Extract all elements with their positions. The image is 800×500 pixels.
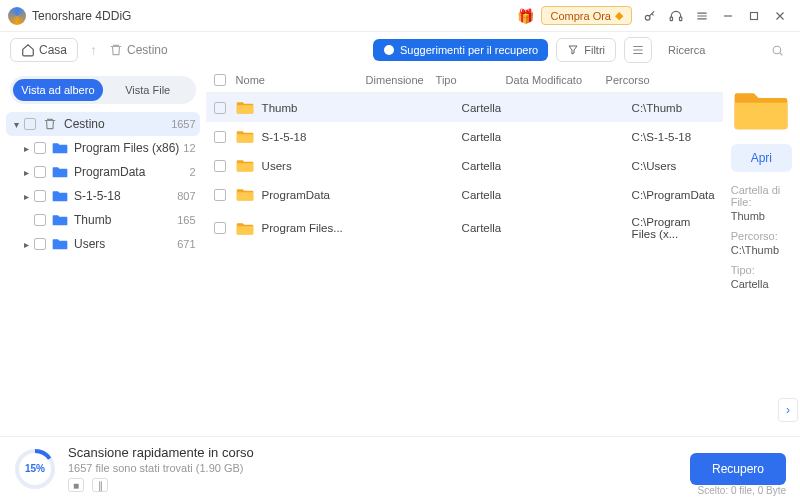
file-path: C:\S-1-5-18 bbox=[632, 131, 715, 143]
checkbox[interactable] bbox=[34, 190, 46, 202]
detail-label-type: Tipo: bbox=[731, 264, 792, 276]
search-input[interactable] bbox=[668, 44, 768, 56]
folder-icon bbox=[52, 213, 68, 227]
file-row[interactable]: S-1-5-18 Cartella C:\S-1-5-18 bbox=[206, 122, 723, 151]
collapse-panel-button[interactable]: › bbox=[778, 398, 798, 422]
filter-button[interactable]: Filtri bbox=[556, 38, 616, 62]
file-path: C:\Thumb bbox=[632, 102, 715, 114]
lightbulb-icon bbox=[383, 44, 395, 56]
checkbox[interactable] bbox=[34, 166, 46, 178]
buy-now-button[interactable]: Compra Ora◆ bbox=[541, 6, 632, 25]
nav-up-icon[interactable]: ↑ bbox=[86, 42, 101, 58]
folder-icon bbox=[52, 141, 68, 155]
buy-now-label: Compra Ora bbox=[550, 10, 611, 22]
folder-icon bbox=[236, 100, 254, 115]
tree-item-label: ProgramData bbox=[74, 165, 185, 179]
tree-item[interactable]: ▸ S-1-5-18 807 bbox=[6, 184, 200, 208]
folder-icon bbox=[236, 129, 254, 144]
checkbox[interactable] bbox=[214, 222, 226, 234]
checkbox[interactable] bbox=[214, 131, 226, 143]
funnel-icon bbox=[567, 44, 579, 56]
filter-label: Filtri bbox=[584, 44, 605, 56]
file-type: Cartella bbox=[462, 160, 532, 172]
diamond-icon: ◆ bbox=[615, 9, 623, 22]
maximize-icon[interactable] bbox=[742, 4, 766, 28]
menu-icon[interactable] bbox=[690, 4, 714, 28]
col-date[interactable]: Data Modificato bbox=[506, 74, 606, 86]
checkbox[interactable] bbox=[214, 160, 226, 172]
tree-item-count: 165 bbox=[173, 214, 195, 226]
file-row[interactable]: Program Files... Cartella C:\Program Fil… bbox=[206, 209, 723, 247]
svg-rect-2 bbox=[680, 17, 682, 21]
tree-root-cestino[interactable]: ▾ Cestino 1657 bbox=[6, 112, 200, 136]
close-icon[interactable] bbox=[768, 4, 792, 28]
tab-file-view[interactable]: Vista File bbox=[103, 79, 193, 101]
tree-item-count: 807 bbox=[173, 190, 195, 202]
key-icon[interactable] bbox=[638, 4, 662, 28]
minimize-icon[interactable] bbox=[716, 4, 740, 28]
folder-icon bbox=[236, 158, 254, 173]
open-button[interactable]: Apri bbox=[731, 144, 792, 172]
app-logo bbox=[8, 7, 26, 25]
file-name: S-1-5-18 bbox=[262, 131, 392, 143]
col-type[interactable]: Tipo bbox=[436, 74, 506, 86]
home-button[interactable]: Casa bbox=[10, 38, 78, 62]
folder-icon bbox=[236, 187, 254, 202]
stop-scan-button[interactable]: ■ bbox=[68, 478, 84, 492]
home-label: Casa bbox=[39, 43, 67, 57]
tree-item-count: 1657 bbox=[167, 118, 195, 130]
detail-value-path: C:\Thumb bbox=[731, 244, 792, 256]
caret-right-icon: ▸ bbox=[20, 143, 32, 154]
gift-icon[interactable]: 🎁 bbox=[513, 4, 537, 28]
svg-rect-1 bbox=[670, 17, 672, 21]
checkbox[interactable] bbox=[34, 214, 46, 226]
checkbox[interactable] bbox=[24, 118, 36, 130]
recovery-tips-label: Suggerimenti per il recupero bbox=[400, 44, 538, 56]
folder-icon bbox=[236, 221, 254, 236]
file-path: C:\Users bbox=[632, 160, 715, 172]
col-dimension[interactable]: Dimensione bbox=[366, 74, 436, 86]
file-row[interactable]: ProgramData Cartella C:\ProgramData bbox=[206, 180, 723, 209]
tree-item[interactable]: ▸ Program Files (x86) 12 bbox=[6, 136, 200, 160]
file-type: Cartella bbox=[462, 189, 532, 201]
svg-point-5 bbox=[773, 46, 781, 54]
tree-item-label: Cestino bbox=[64, 117, 167, 131]
list-view-toggle[interactable] bbox=[624, 37, 652, 63]
svg-point-4 bbox=[384, 45, 394, 55]
tree-item-label: Thumb bbox=[74, 213, 173, 227]
recover-button[interactable]: Recupero bbox=[690, 453, 786, 485]
file-row[interactable]: Thumb Cartella C:\Thumb bbox=[206, 93, 723, 122]
detail-label-path: Percorso: bbox=[731, 230, 792, 242]
pause-scan-button[interactable]: ∥ bbox=[92, 478, 108, 492]
file-row[interactable]: Users Cartella C:\Users bbox=[206, 151, 723, 180]
tree-item[interactable]: Thumb 165 bbox=[6, 208, 200, 232]
tree-item[interactable]: ▸ Users 671 bbox=[6, 232, 200, 256]
tab-tree-view[interactable]: Vista ad albero bbox=[13, 79, 103, 101]
col-path[interactable]: Percorso bbox=[606, 74, 715, 86]
file-path: C:\ProgramData bbox=[632, 189, 715, 201]
folder-icon bbox=[52, 189, 68, 203]
detail-label-folder: Cartella di File: bbox=[731, 184, 792, 208]
checkbox[interactable] bbox=[214, 102, 226, 114]
tree-item[interactable]: ▸ ProgramData 2 bbox=[6, 160, 200, 184]
file-name: Program Files... bbox=[262, 222, 392, 234]
file-type: Cartella bbox=[462, 222, 532, 234]
tree-item-count: 671 bbox=[173, 238, 195, 250]
checkbox[interactable] bbox=[214, 189, 226, 201]
folder-icon bbox=[52, 165, 68, 179]
checkbox-all[interactable] bbox=[214, 74, 226, 86]
svg-rect-3 bbox=[751, 12, 758, 19]
col-name[interactable]: Nome bbox=[236, 74, 366, 86]
checkbox[interactable] bbox=[34, 238, 46, 250]
trash-icon bbox=[109, 43, 123, 57]
tree-item-label: Program Files (x86) bbox=[74, 141, 179, 155]
recovery-tips-button[interactable]: Suggerimenti per il recupero bbox=[373, 39, 548, 61]
file-list-header: Nome Dimensione Tipo Data Modificato Per… bbox=[206, 68, 723, 93]
caret-right-icon: ▸ bbox=[20, 191, 32, 202]
search-box[interactable] bbox=[660, 40, 790, 60]
tree-item-label: S-1-5-18 bbox=[74, 189, 173, 203]
file-name: Thumb bbox=[262, 102, 392, 114]
scan-status-subtitle: 1657 file sono stati trovati (1.90 GB) bbox=[68, 462, 254, 474]
checkbox[interactable] bbox=[34, 142, 46, 154]
headset-icon[interactable] bbox=[664, 4, 688, 28]
